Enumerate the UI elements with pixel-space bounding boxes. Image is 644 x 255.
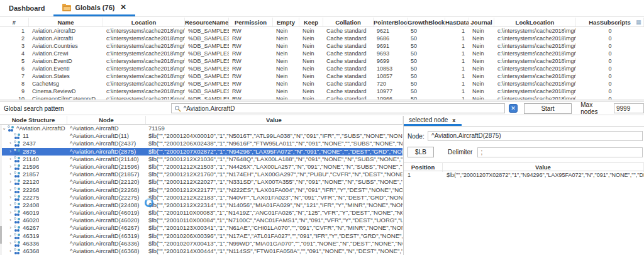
chevron-icon[interactable]: ⌄ [1, 125, 7, 132]
col-header-empty[interactable]: Empty [273, 18, 299, 26]
column-settings-icon[interactable]: ▦ [636, 19, 642, 25]
chevron-icon[interactable]: › [8, 240, 13, 247]
col-header-name[interactable]: Name [29, 18, 103, 26]
node-structure-cell: › 21596 [0, 163, 67, 171]
close-selected-node-icon[interactable]: x [452, 117, 455, 123]
table-row[interactable]: 9 Cinema.ReviewD c:\intersystems\cache20… [0, 88, 644, 95]
table-row[interactable]: 8 CacheMsg c:\intersystems\cache2018\mgr… [0, 80, 644, 88]
tree-row[interactable]: › 21596 ^Aviation.AircraftD(21596) $lb("… [0, 163, 402, 171]
chevron-icon[interactable]: › [8, 156, 13, 163]
col-header-keep[interactable]: Keep [299, 18, 323, 26]
tree-row[interactable]: › 22408 ^Aviation.AircraftD(22408) $lb("… [0, 201, 402, 209]
col-header-resourcename[interactable]: ResourceName [185, 18, 229, 26]
node-structure-cell: › 46319 [0, 232, 67, 240]
col-header-rp-value[interactable]: Value [443, 163, 644, 172]
clear-search-button[interactable]: ✕ [509, 104, 517, 113]
table-row[interactable]: 6 Aviation.EventI c:\intersystems\cache2… [0, 65, 644, 72]
tree-row[interactable]: › 46019 ^Aviation.AircraftD(46019) $lb("… [0, 209, 402, 217]
chevron-icon[interactable]: › [8, 209, 13, 217]
tree-row[interactable]: › 46336 ^Aviation.AircraftD(46336) $lb("… [0, 240, 402, 247]
chevron-icon[interactable]: › [8, 201, 13, 209]
cell-journal: Nein [469, 42, 494, 50]
table-row[interactable]: 10 CinemaooFilmCategoryD c:\intersystems… [0, 95, 644, 99]
tree-row[interactable]: › 2875 ^Aviation.AircraftD(2875) $lb("",… [0, 148, 402, 156]
cell-name: Aviation.Countries [29, 42, 103, 50]
cell-journal: Nein [469, 88, 494, 95]
tree-row[interactable]: › 21140 ^Aviation.AircraftD(21140) $lb("… [0, 156, 402, 163]
tree-row[interactable]: › 46267 ^Aviation.AircraftD(46267) $lb("… [0, 224, 402, 232]
chevron-icon[interactable]: › [8, 163, 13, 171]
col-header-growthblock[interactable]: GrowthBlock [408, 18, 445, 26]
col-header-journal[interactable]: Journal [469, 18, 494, 26]
start-button[interactable]: Start [524, 103, 572, 114]
chevron-icon[interactable]: › [8, 178, 13, 186]
cell-keep: Nein [299, 57, 323, 65]
search-input[interactable] [184, 104, 505, 113]
tree-scrollbar[interactable] [0, 125, 2, 255]
tree-row[interactable]: › 22275 ^Aviation.AircraftD(22275) $lb("… [0, 194, 402, 201]
position-value-row[interactable]: 1 $lb("","20001207X02872","1","N94296","… [404, 171, 644, 179]
node-structure-cell: 11 [0, 132, 67, 140]
tree-row[interactable]: 11 ^Aviation.AircraftD(11) $lb("","20001… [0, 132, 402, 140]
delimiter-input[interactable] [477, 147, 643, 157]
value-cell: $lb("","20001212X22177","1","N222ES","LA… [146, 186, 402, 194]
chevron-icon[interactable]: › [8, 217, 13, 224]
tree-row[interactable]: › 46319 ^Aviation.AircraftD(46319) $lb("… [0, 232, 402, 240]
node-cell: ^Aviation.AircraftD(46368) [67, 247, 146, 255]
table-row[interactable]: 5 Aviation.EventD c:\intersystems\cache2… [0, 57, 644, 65]
tree-row[interactable]: › 21857 ^Aviation.AircraftD(21857) $lb("… [0, 171, 402, 178]
col-header-hassubscripts[interactable]: HasSubscripts [576, 18, 644, 26]
value-cell: 71159 [146, 125, 402, 132]
chevron-icon[interactable]: › [8, 140, 13, 147]
chevron-icon[interactable]: › [8, 171, 13, 178]
col-header-node-structure[interactable]: Node Structure [0, 116, 67, 124]
value-cell: $lb("","20010206X00396","1","N17AE","ATL… [146, 232, 402, 240]
tab-dashboard[interactable]: Dashboard [0, 0, 53, 16]
tree-row[interactable]: › 46368 ^Aviation.AircraftD(46368) $lb("… [0, 247, 402, 255]
tree-row[interactable]: › 22268 ^Aviation.AircraftD(22268) $lb("… [0, 186, 402, 194]
cell-pointerblock: 10853 [374, 65, 408, 72]
cell-pointerblock: 10977 [374, 88, 408, 95]
tree-row[interactable]: › 22120 ^Aviation.AircraftD(22120) $lb("… [0, 178, 402, 186]
tree-row[interactable]: › 46020 ^Aviation.AircraftD(46020) $lb("… [0, 217, 402, 224]
col-header-node[interactable]: Node [67, 116, 146, 124]
node-cell: ^Aviation.AircraftD(21857) [67, 171, 146, 178]
col-header-collation[interactable]: Collation [323, 18, 374, 26]
table-row[interactable]: 7 Aviation.States c:\intersystems\cache2… [0, 72, 644, 80]
tree-scrollbar-thumb[interactable] [0, 226, 2, 244]
tab-globals[interactable]: Globals (76) ✕ [53, 0, 135, 16]
cell-growthblock: 50 [408, 42, 445, 50]
col-header-position[interactable]: Position [404, 163, 443, 172]
col-header-pointerblock[interactable]: PointerBlock [374, 18, 408, 26]
col-header-num[interactable]: # [0, 18, 29, 26]
max-nodes-label: Max nodes [580, 101, 610, 115]
chevron-icon[interactable]: › [8, 224, 13, 232]
table-row[interactable]: 3 Aviation.Countries c:\intersystems\cac… [0, 42, 644, 50]
col-header-value[interactable]: Value [146, 116, 402, 124]
chevron-icon[interactable]: › [8, 232, 13, 240]
tree-row[interactable]: ⌄ ^Aviation.AircraftD ^Aviation.Aircraft… [0, 125, 402, 132]
chevron-icon[interactable]: › [8, 186, 13, 194]
tree-row[interactable]: › 2437 ^Aviation.AircraftD(2437) $lb("",… [0, 140, 402, 147]
chevron-icon[interactable]: › [8, 194, 13, 201]
chevron-icon[interactable]: › [8, 247, 13, 255]
node-icon [13, 164, 21, 170]
cell-empty: Nein [273, 50, 299, 57]
tab-selected-node[interactable]: selected node x [404, 116, 462, 126]
max-nodes-input[interactable] [614, 103, 644, 113]
col-header-permission[interactable]: Permission [229, 18, 273, 26]
col-header-hasdata[interactable]: HasData [445, 18, 469, 26]
close-tab-icon[interactable]: ✕ [120, 3, 126, 11]
node-label: 22275 [23, 194, 39, 201]
lb-button[interactable]: $LB [408, 147, 434, 157]
table-row[interactable]: 4 Aviation.CrewI c:\intersystems\cache20… [0, 50, 644, 57]
col-header-location[interactable]: Location [103, 18, 185, 26]
cell-empty: Nein [273, 65, 299, 72]
table-row[interactable]: 1 Aviation.AircraftD c:\intersystems\cac… [0, 27, 644, 35]
cell-collation: Cache standard [323, 72, 374, 80]
chevron-icon[interactable]: › [8, 148, 13, 156]
cell-hasdata: 1 [445, 42, 469, 50]
col-header-locklocation[interactable]: LockLocation [494, 18, 576, 26]
search-pattern-label: Global search pattern [0, 105, 91, 112]
table-row[interactable]: 2 Aviation.AircraftI c:\intersystems\cac… [0, 35, 644, 42]
